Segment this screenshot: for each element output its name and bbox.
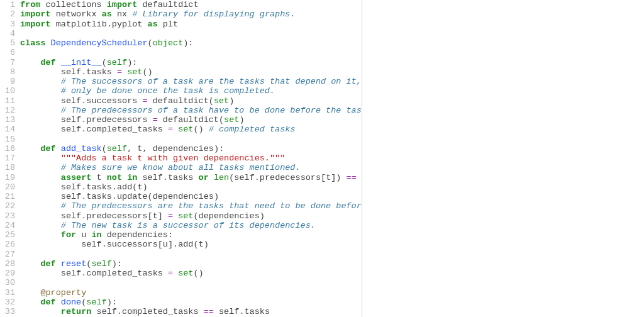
code-line[interactable]: self.completed_tasks = set() # completed… — [20, 125, 362, 134]
code-line[interactable] — [20, 48, 362, 57]
code-line[interactable]: self.tasks = set() — [20, 67, 362, 77]
token-paren: ( — [102, 144, 107, 153]
token-builtin: set — [178, 269, 193, 278]
token-op: = — [168, 211, 178, 221]
token-paren: ( — [219, 115, 224, 125]
token-name — [20, 230, 61, 240]
line-number-gutter: 1234567891011121314151617181920212223242… — [0, 0, 19, 316]
line-number: 27 — [0, 250, 15, 259]
token-op: = — [142, 96, 152, 106]
token-self-kw: self — [107, 144, 127, 153]
token-paren: ( — [193, 240, 198, 249]
code-line[interactable]: # Makes sure we know about all tasks men… — [20, 163, 362, 172]
code-line[interactable] — [20, 250, 362, 259]
token-punct: ): — [183, 38, 193, 48]
token-name: tasks — [168, 173, 199, 182]
token-op: == — [347, 173, 362, 182]
right-pane — [362, 0, 644, 317]
line-number: 31 — [0, 288, 15, 298]
token-name: add — [117, 182, 132, 192]
code-line[interactable]: self.successors[u].add(t) — [20, 240, 362, 249]
code-line[interactable] — [20, 29, 362, 38]
token-punct: : — [168, 230, 173, 240]
token-name: successors — [107, 240, 158, 249]
code-line[interactable]: return self.completed_tasks == self.task… — [20, 307, 362, 316]
token-name: networkx — [56, 9, 102, 19]
token-name — [20, 144, 40, 153]
token-fn: reset — [61, 259, 87, 269]
token-fn: done — [61, 298, 81, 307]
code-line[interactable]: # The predecessors of a task have to be … — [20, 106, 362, 115]
code-line[interactable]: def reset(self): — [20, 259, 362, 269]
code-line[interactable]: # The new task is a successor of its dep… — [20, 221, 362, 230]
code-line[interactable] — [20, 135, 362, 144]
token-name: self — [20, 67, 81, 77]
code-line[interactable]: self.completed_tasks = set() — [20, 269, 362, 278]
token-name — [20, 58, 40, 67]
token-name — [20, 201, 61, 211]
token-import-kw: from — [20, 0, 46, 9]
code-line[interactable]: self.predecessors[t] = set(dependencies) — [20, 211, 362, 221]
line-number: 12 — [0, 106, 15, 115]
code-line[interactable]: def add_task(self, t, dependencies): — [20, 144, 362, 153]
token-kw: in — [91, 230, 106, 240]
code-line[interactable]: """Adds a task t with given dependencies… — [20, 153, 362, 163]
code-line[interactable]: self.predecessors = defaultdict(set) — [20, 115, 362, 125]
code-area[interactable]: 1234567891011121314151617181920212223242… — [0, 0, 362, 316]
token-builtin: set — [224, 115, 239, 125]
code-line[interactable]: # only be done once the task is complete… — [20, 86, 362, 96]
code-line[interactable]: # The successors of a task are the tasks… — [20, 77, 362, 86]
token-name: self — [219, 307, 239, 316]
token-def-kw: def — [40, 298, 60, 307]
token-name — [20, 307, 61, 316]
token-op: . — [163, 173, 168, 182]
code-line[interactable]: import networkx as nx # Library for disp… — [20, 9, 362, 19]
editor-pane[interactable]: 1234567891011121314151617181920212223242… — [0, 0, 362, 317]
token-name: self — [20, 240, 102, 249]
line-number: 17 — [0, 153, 15, 163]
code-content[interactable]: from collections import defaultdictimpor… — [19, 0, 362, 316]
token-paren: ( — [209, 96, 214, 106]
token-punct: ): — [214, 144, 224, 153]
token-paren: () — [193, 125, 208, 134]
code-line[interactable]: for u in dependencies: — [20, 230, 362, 240]
code-line[interactable]: import matplotlib.pyplot as plt — [20, 19, 362, 29]
line-number: 7 — [0, 58, 15, 67]
token-kw: assert — [61, 173, 97, 182]
token-name — [20, 106, 61, 115]
line-number: 2 — [0, 9, 15, 19]
token-name — [20, 153, 61, 163]
token-import-kw: import — [107, 0, 143, 9]
token-paren: ]) — [331, 173, 346, 182]
token-self-kw: self — [86, 298, 106, 307]
line-number: 32 — [0, 298, 15, 307]
code-line[interactable]: # The predecessors are the tasks that ne… — [20, 201, 362, 211]
code-line[interactable] — [20, 278, 362, 287]
code-line[interactable]: assert t not in self.tasks or len(self.p… — [20, 173, 362, 182]
code-line[interactable]: def done(self): — [20, 298, 362, 307]
token-name: tasks — [86, 182, 112, 192]
code-line[interactable]: self.tasks.add(t) — [20, 182, 362, 192]
code-line[interactable]: from collections import defaultdict — [20, 0, 362, 9]
token-comment: # completed tasks — [209, 125, 296, 134]
token-name — [20, 173, 61, 182]
token-paren: ]. — [168, 240, 178, 249]
token-name: defaultdict — [142, 0, 198, 9]
line-number: 15 — [0, 135, 15, 144]
token-op: . — [239, 307, 244, 316]
line-number: 9 — [0, 77, 15, 86]
code-line[interactable]: @property — [20, 288, 362, 298]
token-name: self — [97, 307, 117, 316]
token-def-kw: def — [40, 58, 60, 67]
token-name — [20, 86, 61, 96]
line-number: 21 — [0, 192, 15, 201]
token-name: self — [20, 182, 81, 192]
token-comment: # The predecessors of a task have to be … — [61, 106, 362, 115]
token-name: self — [20, 269, 81, 278]
code-line[interactable]: self.successors = defaultdict(set) — [20, 96, 362, 106]
line-number: 10 — [0, 86, 15, 96]
code-line[interactable]: self.tasks.update(dependencies) — [20, 192, 362, 201]
code-line[interactable]: def __init__(self): — [20, 58, 362, 67]
code-line[interactable]: class DependencyScheduler(object): — [20, 38, 362, 48]
token-kw: return — [61, 307, 97, 316]
